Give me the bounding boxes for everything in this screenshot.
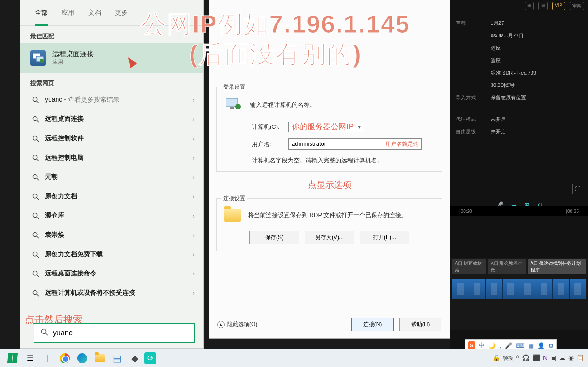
tray-up-icon[interactable]: ^	[516, 354, 519, 361]
best-match-item[interactable]: 远程桌面连接 应用	[20, 43, 203, 73]
search-input[interactable]	[53, 329, 188, 337]
chevron-right-icon: ›	[192, 193, 195, 200]
cloud-icon[interactable]: ☁	[559, 354, 565, 361]
svg-line-8	[37, 101, 39, 103]
vip-badge[interactable]: VIP	[552, 2, 565, 10]
video-clip[interactable]	[570, 279, 587, 299]
tab-docs[interactable]: 文档	[88, 9, 101, 20]
empty-computer-hint: 计算机名字段为空。请输入完整的远程计算机名。	[252, 156, 435, 165]
mic-icon[interactable]: 🎤	[495, 201, 503, 206]
save-button[interactable]: 保存(S)	[249, 231, 299, 244]
svg-point-3	[235, 104, 241, 109]
headset-icon[interactable]: 🎧	[522, 354, 530, 361]
timeline-tab-active[interactable]: A目 像这边找到任务计划程序	[528, 259, 586, 274]
tray-app-icon[interactable]: ⬛	[532, 354, 540, 361]
edge-icon[interactable]	[74, 350, 90, 366]
svg-point-9	[33, 116, 37, 120]
video-clip[interactable]	[553, 279, 570, 299]
svg-line-26	[37, 275, 39, 276]
video-track[interactable]	[452, 279, 586, 299]
ime-user-icon[interactable]: 👤	[537, 342, 545, 349]
layout-icon-2[interactable]: ⊟	[538, 2, 548, 10]
svg-point-19	[33, 213, 37, 217]
search-result-item[interactable]: 源仓库›	[20, 206, 203, 225]
search-item-text: 远程控制软件	[45, 134, 192, 143]
timeline-ruler[interactable]: |00:20 |00:25	[450, 206, 588, 216]
app-icon-3[interactable]: ⟳	[144, 352, 156, 364]
collapse-icon: ▲	[217, 321, 225, 328]
start-button[interactable]	[5, 350, 20, 366]
search-result-item[interactable]: 原创力文档›	[20, 187, 203, 206]
video-clip[interactable]	[503, 279, 520, 299]
search-result-item[interactable]: 远程控制软件›	[20, 129, 203, 148]
search-result-item[interactable]: 原创力文档免费下载›	[20, 245, 203, 264]
chevron-right-icon: ›	[192, 96, 195, 103]
connect-button[interactable]: 连接(N)	[351, 318, 394, 331]
ime-keyboard-icon[interactable]: ⌨	[516, 342, 525, 349]
search-result-item[interactable]: 袁崇焕›	[20, 225, 203, 245]
onenote-icon[interactable]: N	[543, 354, 548, 361]
taskbar-tray: 🔒 锁接 ^ 🎧 ⬛ N ▣ ☁ ◉ 📋	[492, 349, 584, 367]
ime-settings-icon[interactable]: ✿	[548, 342, 554, 349]
search-input-box[interactable]	[34, 323, 195, 343]
search-icon	[41, 328, 48, 338]
task-view-icon[interactable]: ☰	[22, 350, 38, 366]
hide-options-toggle[interactable]: ▲ 隐藏选项(O)	[217, 321, 257, 328]
tab-more[interactable]: 更多	[115, 9, 128, 20]
computer-label: 计算机(C):	[252, 123, 288, 131]
video-clip[interactable]	[519, 279, 536, 299]
search-icon	[32, 212, 40, 219]
search-icon	[32, 96, 40, 103]
prop-val: 1月27	[491, 20, 582, 27]
search-item-text: 袁崇焕	[45, 231, 192, 239]
search-result-item[interactable]: 元朝›	[20, 167, 203, 187]
expand-icon[interactable]: ⛶	[572, 184, 582, 194]
group-icon[interactable]: ⊞	[524, 201, 530, 206]
help-button[interactable]: 帮助(H)	[399, 318, 441, 331]
ime-mic-icon[interactable]: 🎤	[505, 342, 512, 349]
tray-icon-2[interactable]: 📋	[577, 354, 584, 361]
tab-apps[interactable]: 应用	[62, 9, 74, 20]
timeline-tab[interactable]: A目 封面教材索	[452, 259, 486, 274]
review-button[interactable]: 审阅	[570, 2, 584, 10]
search-result-item[interactable]: 远程控制电脑›	[20, 148, 203, 167]
save-as-button[interactable]: 另存为(V)...	[305, 231, 354, 244]
windows-logo-icon	[7, 353, 17, 363]
chevron-right-icon: ›	[192, 212, 195, 219]
username-input[interactable]: administrator用户名就是这	[288, 138, 422, 150]
timeline-tab[interactable]: A目 那么教程也做	[488, 259, 526, 274]
search-item-text: 远程桌面连接	[45, 115, 192, 123]
ime-moon-icon[interactable]: 🌙	[488, 342, 496, 349]
link-icon[interactable]: ⊶	[510, 201, 517, 206]
search-icon	[32, 289, 40, 297]
computer-combobox[interactable]: 你的服务器公网IP	[288, 122, 364, 132]
chrome-icon[interactable]	[57, 350, 73, 366]
search-result-item[interactable]: yuanc - 查看更多搜索结果›	[20, 90, 203, 109]
lock-icon[interactable]: 🔒	[492, 354, 500, 361]
svg-line-18	[37, 197, 39, 199]
explorer-icon[interactable]	[92, 350, 107, 366]
rdp-footer: ▲ 隐藏选项(O) 连接(N) 帮助(H)	[217, 318, 441, 331]
tab-all[interactable]: 全部	[35, 9, 48, 26]
ime-punct-icon[interactable]: ,	[499, 342, 501, 349]
search-result-item[interactable]: 远程计算机或设备将不接受连接›	[20, 283, 203, 303]
open-button[interactable]: 打开(E)...	[360, 231, 409, 244]
video-clip[interactable]	[536, 279, 553, 299]
layout-icon-1[interactable]: ⊞	[525, 2, 534, 10]
video-clip[interactable]	[452, 279, 469, 299]
video-clip[interactable]	[469, 279, 486, 299]
app-icon-1[interactable]: ▤	[109, 350, 125, 366]
search-result-item[interactable]: 远程桌面连接命令›	[20, 264, 203, 283]
search-icon	[32, 115, 40, 123]
login-legend: 登录设置	[221, 83, 247, 91]
split-icon[interactable]: ⟮⟯	[537, 201, 543, 206]
svg-point-23	[33, 252, 37, 256]
app-icon-2[interactable]: ◆	[127, 350, 142, 366]
video-clip[interactable]	[486, 279, 503, 299]
ime-skin-icon[interactable]: ▦	[528, 342, 534, 349]
rdp-app-icon	[30, 50, 46, 66]
search-result-item[interactable]: 远程桌面连接›	[20, 109, 203, 129]
steam-icon[interactable]: ◉	[568, 354, 574, 361]
svg-point-15	[33, 174, 37, 178]
tray-icon[interactable]: ▣	[550, 354, 556, 361]
